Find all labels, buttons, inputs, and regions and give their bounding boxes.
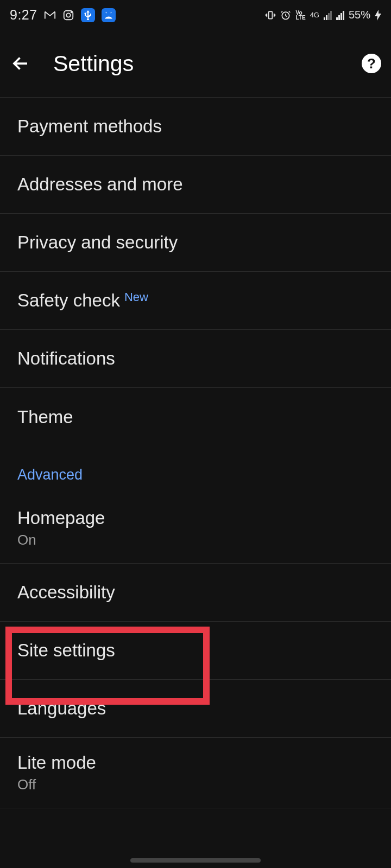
- android-icon: [102, 8, 116, 22]
- battery-text: 55%: [349, 9, 370, 21]
- settings-item-privacy[interactable]: Privacy and security: [0, 214, 391, 272]
- settings-item-languages[interactable]: Languages: [0, 680, 391, 738]
- network-label: 4G: [310, 11, 319, 19]
- list-item-sublabel: On: [17, 532, 374, 548]
- settings-item-lite-mode[interactable]: Lite mode Off: [0, 738, 391, 808]
- settings-item-safety-check[interactable]: Safety check New: [0, 272, 391, 330]
- list-item-label: Accessibility: [17, 582, 374, 603]
- help-button[interactable]: ?: [362, 54, 381, 73]
- charging-icon: [375, 10, 381, 21]
- status-bar: 9:27 VoLTE 4G 55%: [0, 0, 391, 30]
- nav-bar: [0, 846, 391, 868]
- list-item-sublabel: Off: [17, 776, 374, 793]
- status-left: 9:27: [10, 7, 116, 23]
- list-item-label: Privacy and security: [17, 232, 374, 253]
- back-button[interactable]: [10, 53, 31, 74]
- svg-point-4: [110, 16, 111, 17]
- alarm-icon: [280, 10, 291, 21]
- list-item-label: Site settings: [17, 640, 374, 661]
- list-item-label: Addresses and more: [17, 174, 374, 195]
- signal-icon-1: [324, 10, 332, 20]
- settings-item-payment-methods[interactable]: Payment methods: [0, 98, 391, 156]
- list-item-label: Homepage: [17, 508, 374, 528]
- signal-icon-2: [336, 10, 344, 20]
- settings-item-theme[interactable]: Theme: [0, 388, 391, 446]
- settings-item-addresses[interactable]: Addresses and more: [0, 156, 391, 214]
- question-icon: ?: [367, 55, 376, 72]
- list-item-label: Theme: [17, 407, 374, 427]
- status-time: 9:27: [10, 7, 37, 23]
- svg-rect-5: [269, 11, 273, 18]
- volte-icon: VoLTE: [295, 10, 305, 20]
- svg-point-1: [66, 13, 70, 17]
- vibrate-icon: [265, 10, 276, 21]
- list-item-label: Languages: [17, 698, 374, 719]
- list-item-label: Safety check New: [17, 290, 374, 311]
- new-badge: New: [124, 290, 148, 304]
- list-item-label: Notifications: [17, 348, 374, 369]
- svg-point-3: [106, 16, 108, 17]
- arrow-left-icon: [11, 54, 30, 73]
- usb-icon: [81, 8, 95, 22]
- settings-item-site-settings[interactable]: Site settings: [0, 622, 391, 680]
- settings-list: Payment methods Addresses and more Priva…: [0, 98, 391, 808]
- instagram-icon: [62, 9, 74, 21]
- settings-item-notifications[interactable]: Notifications: [0, 330, 391, 388]
- settings-item-accessibility[interactable]: Accessibility: [0, 564, 391, 622]
- nav-pill[interactable]: [130, 858, 261, 863]
- section-header-advanced: Advanced: [0, 446, 391, 493]
- page-title: Settings: [53, 51, 340, 76]
- status-right: VoLTE 4G 55%: [265, 9, 381, 21]
- list-item-label: Lite mode: [17, 752, 374, 773]
- header: Settings ?: [0, 30, 391, 98]
- settings-item-homepage[interactable]: Homepage On: [0, 493, 391, 564]
- gmail-icon: [44, 10, 56, 20]
- svg-point-2: [71, 11, 72, 12]
- list-item-label: Payment methods: [17, 116, 374, 137]
